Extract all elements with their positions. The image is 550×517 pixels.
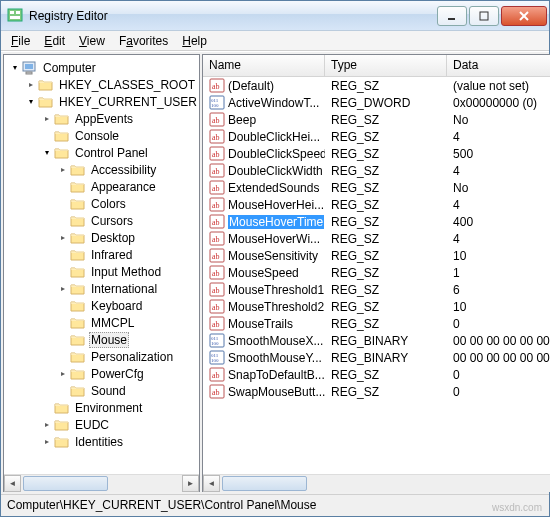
value-row[interactable]: SwapMouseButt... REG_SZ 0 [203,383,550,400]
value-row[interactable]: (Default) REG_SZ (value not set) [203,77,550,94]
tree-node-mouse[interactable]: Mouse [4,331,199,348]
folder-icon [70,384,86,398]
string-value-icon [209,316,225,331]
value-row[interactable]: SmoothMouseX... REG_BINARY 00 00 00 00 0… [203,332,550,349]
tree-node-mmcpl[interactable]: MMCPL [4,314,199,331]
string-value-icon [209,265,225,280]
status-bar: Computer\HKEY_CURRENT_USER\Control Panel… [1,494,549,516]
tree-node-eudc[interactable]: ▸EUDC [4,416,199,433]
folder-icon [70,180,86,194]
maximize-button[interactable] [469,6,499,26]
menu-help[interactable]: Help [176,33,213,49]
string-value-icon [209,282,225,297]
tree-node-controlpanel[interactable]: ▾Control Panel [4,144,199,161]
expand-icon[interactable]: ▸ [56,233,70,242]
expand-icon[interactable]: ▸ [56,284,70,293]
scroll-thumb[interactable] [222,476,307,491]
tree-node-cursors[interactable]: Cursors [4,212,199,229]
folder-icon [38,78,54,92]
titlebar[interactable]: Registry Editor [1,1,549,31]
value-row[interactable]: MouseThreshold2 REG_SZ 10 [203,298,550,315]
expand-icon[interactable]: ▸ [24,80,38,89]
svg-rect-9 [10,11,14,14]
col-data[interactable]: Data [447,55,550,76]
tree-node-sound[interactable]: Sound [4,382,199,399]
tree-node-hkcr[interactable]: ▸HKEY_CLASSES_ROOT [4,76,199,93]
folder-icon [70,163,86,177]
minimize-button[interactable] [437,6,467,26]
string-value-icon [209,146,225,161]
tree-node-console[interactable]: Console [4,127,199,144]
value-row[interactable]: DoubleClickWidth REG_SZ 4 [203,162,550,179]
value-row[interactable]: DoubleClickHei... REG_SZ 4 [203,128,550,145]
value-row[interactable]: SmoothMouseY... REG_BINARY 00 00 00 00 0… [203,349,550,366]
svg-rect-10 [16,11,20,14]
tree-node-accessibility[interactable]: ▸Accessibility [4,161,199,178]
expand-icon[interactable]: ▸ [56,369,70,378]
tree-node-hkcu[interactable]: ▾HKEY_CURRENT_USER [4,93,199,110]
folder-icon [70,350,86,364]
col-type[interactable]: Type [325,55,447,76]
expand-icon[interactable]: ▾ [8,63,22,72]
expand-icon[interactable]: ▾ [40,148,54,157]
folder-icon [70,231,86,245]
value-row[interactable]: MouseThreshold1 REG_SZ 6 [203,281,550,298]
menu-file[interactable]: File [5,33,36,49]
tree-node-appearance[interactable]: Appearance [4,178,199,195]
value-row[interactable]: SnapToDefaultB... REG_SZ 0 [203,366,550,383]
tree-node-identities[interactable]: ▸Identities [4,433,199,450]
tree-node-keyboard[interactable]: Keyboard [4,297,199,314]
value-list-pane: Name Type Data (Default) REG_SZ (value n… [202,54,550,492]
list-hscrollbar[interactable]: ◄ ► [203,474,550,491]
folder-icon [70,214,86,228]
scroll-right-icon[interactable]: ► [182,475,199,492]
value-row[interactable]: MouseHoverWi... REG_SZ 4 [203,230,550,247]
column-headers: Name Type Data [203,55,550,77]
tree-hscrollbar[interactable]: ◄ ► [4,474,199,491]
tree-node-environment[interactable]: Environment [4,399,199,416]
expand-icon[interactable]: ▸ [56,165,70,174]
expand-icon[interactable]: ▸ [40,437,54,446]
tree-node-appevents[interactable]: ▸AppEvents [4,110,199,127]
scroll-left-icon[interactable]: ◄ [203,475,220,492]
menu-edit[interactable]: Edit [38,33,71,49]
string-value-icon [209,163,225,178]
close-button[interactable] [501,6,547,26]
registry-tree[interactable]: ▾Computer▸HKEY_CLASSES_ROOT▾HKEY_CURRENT… [4,55,199,474]
value-rows[interactable]: (Default) REG_SZ (value not set) ActiveW… [203,77,550,474]
expand-icon[interactable]: ▸ [40,420,54,429]
value-row[interactable]: MouseSpeed REG_SZ 1 [203,264,550,281]
string-value-icon [209,197,225,212]
app-icon [7,8,23,24]
tree-node-personalization[interactable]: Personalization [4,348,199,365]
value-row[interactable]: MouseHoverTime REG_SZ 400 [203,213,550,230]
value-row[interactable]: DoubleClickSpeed REG_SZ 500 [203,145,550,162]
col-name[interactable]: Name [203,55,325,76]
tree-node-desktop[interactable]: ▸Desktop [4,229,199,246]
menu-favorites[interactable]: Favorites [113,33,174,49]
tree-node-inputmethod[interactable]: Input Method [4,263,199,280]
tree-node-colors[interactable]: Colors [4,195,199,212]
folder-icon [38,95,54,109]
value-row[interactable]: ExtendedSounds REG_SZ No [203,179,550,196]
folder-icon [70,248,86,262]
value-row[interactable]: MouseTrails REG_SZ 0 [203,315,550,332]
tree-node-computer[interactable]: ▾Computer [4,59,199,76]
tree-node-infrared[interactable]: Infrared [4,246,199,263]
folder-icon [54,146,70,160]
scroll-left-icon[interactable]: ◄ [4,475,21,492]
expand-icon[interactable]: ▸ [40,114,54,123]
value-row[interactable]: MouseSensitivity REG_SZ 10 [203,247,550,264]
menu-view[interactable]: View [73,33,111,49]
svg-rect-11 [10,16,20,19]
tree-node-powercfg[interactable]: ▸PowerCfg [4,365,199,382]
scroll-thumb[interactable] [23,476,108,491]
tree-node-international[interactable]: ▸International [4,280,199,297]
value-row[interactable]: MouseHoverHei... REG_SZ 4 [203,196,550,213]
menubar: File Edit View Favorites Help [1,31,549,51]
value-row[interactable]: ActiveWindowT... REG_DWORD 0x00000000 (0… [203,94,550,111]
expand-icon[interactable]: ▾ [24,97,38,106]
folder-icon [70,316,86,330]
value-row[interactable]: Beep REG_SZ No [203,111,550,128]
svg-rect-13 [480,12,488,20]
